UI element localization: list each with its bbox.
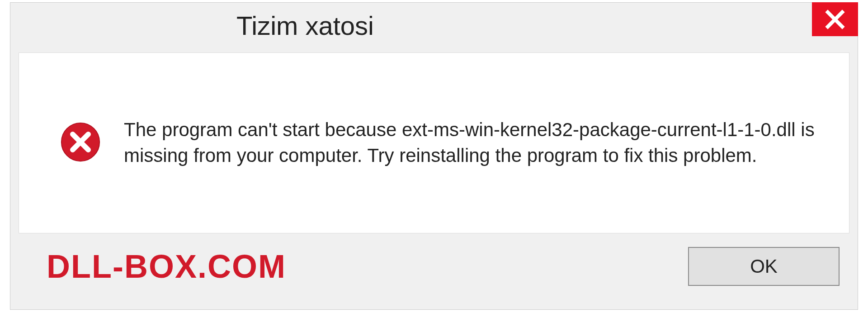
ok-button[interactable]: OK <box>688 247 840 286</box>
watermark-text: DLL-BOX.COM <box>47 248 286 285</box>
content-panel: The program can't start because ext-ms-w… <box>19 52 849 233</box>
error-icon <box>60 121 101 165</box>
dialog-title: Tizim xatosi <box>236 10 374 41</box>
error-message: The program can't start because ext-ms-w… <box>124 117 822 168</box>
dialog-footer: DLL-BOX.COM OK <box>10 233 858 286</box>
close-icon <box>824 9 846 30</box>
close-button[interactable] <box>812 2 858 36</box>
titlebar: Tizim xatosi <box>10 3 858 48</box>
error-dialog: Tizim xatosi The program can't start bec… <box>10 2 858 310</box>
